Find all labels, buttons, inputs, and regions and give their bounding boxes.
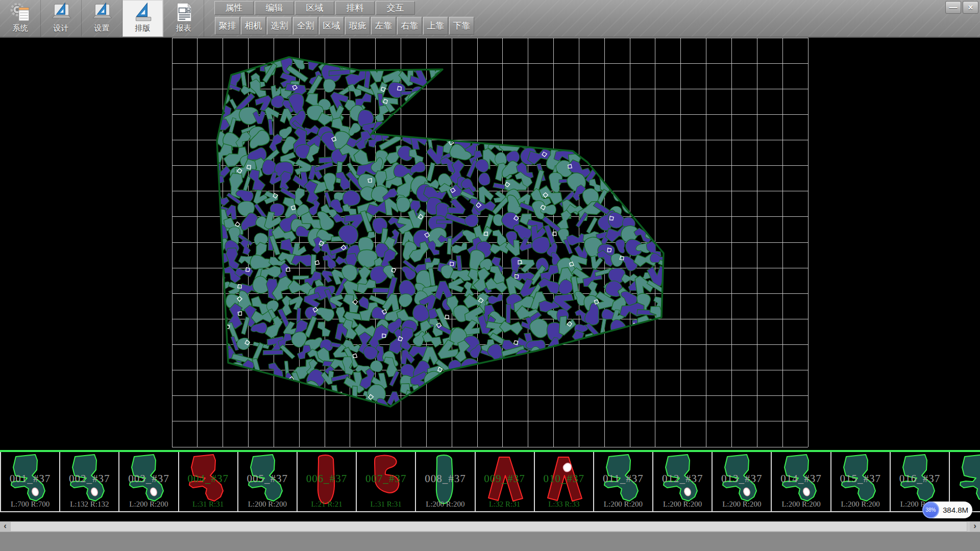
- piece-lr-count: L:200 R:200: [238, 500, 297, 509]
- nesting-canvas[interactable]: [0, 38, 980, 450]
- mode-toolbar: 系统设计设置排版报表: [0, 0, 204, 38]
- piece-lr-count: L:21 R:21: [298, 500, 356, 509]
- menu-tab-2[interactable]: 编辑: [255, 1, 294, 15]
- system-icon: [10, 2, 31, 23]
- piece-thumbnail-6[interactable]: 006_#37L:21 R:21: [298, 452, 357, 511]
- piece-thumbnail-14[interactable]: 014_#37L:200 R:200: [772, 452, 831, 511]
- piece-id-label: 002_#37: [60, 472, 118, 485]
- mode-button-3[interactable]: 设置: [82, 0, 122, 37]
- menu-tab-4[interactable]: 排料: [335, 1, 375, 15]
- piece-lr-count: L:200 R:200: [416, 500, 474, 509]
- piece-thumbnail-13[interactable]: 013_#37L:200 R:200: [713, 452, 772, 511]
- piece-thumbnail-7[interactable]: 007_#37L:31 R:31: [357, 452, 416, 511]
- piece-id-label: 012_#37: [653, 472, 712, 485]
- menu-tab-3[interactable]: 区域: [295, 1, 334, 15]
- piece-id-label: 006_#37: [298, 472, 356, 485]
- menu-tab-5[interactable]: 交互: [376, 1, 415, 15]
- action-button-10[interactable]: 下靠: [449, 17, 474, 35]
- window-controls: — ×: [945, 1, 978, 14]
- piece-thumbnail-4[interactable]: 004_#37L:31 R:31: [179, 452, 238, 511]
- piece-id-label: 013_#37: [713, 472, 771, 485]
- close-button[interactable]: ×: [963, 1, 978, 14]
- report-icon: [173, 2, 194, 23]
- mode-label: 报表: [176, 23, 191, 33]
- layout-icon: [132, 2, 154, 23]
- action-button-2[interactable]: 相机: [241, 17, 266, 35]
- menu-tab-1[interactable]: 属性: [214, 1, 254, 15]
- piece-id-label: 009_#37: [476, 472, 534, 485]
- piece-thumbnail-1[interactable]: 001_#37L:700 R:700: [1, 452, 60, 511]
- action-button-4[interactable]: 全割: [293, 17, 318, 35]
- action-button-9[interactable]: 上靠: [423, 17, 448, 35]
- mode-label: 排版: [135, 23, 151, 33]
- piece-id-label: 004_#37: [179, 472, 237, 485]
- piece-lr-count: L:200 R:200: [653, 500, 712, 509]
- action-toolbar: 聚排相机选割全割区域瑕疵左靠右靠上靠下靠: [215, 17, 474, 35]
- piece-id-label: 016_#37: [891, 472, 949, 485]
- mode-label: 设计: [54, 23, 69, 33]
- piece-id-label: 011_#37: [594, 472, 652, 485]
- mode-label: 系统: [13, 23, 28, 33]
- piece-thumbnail-9[interactable]: 009_#37L:32 R:31: [476, 452, 535, 511]
- piece-thumbnail-8[interactable]: 008_#37L:200 R:200: [416, 452, 475, 511]
- piece-id-label: 001_#37: [1, 472, 59, 485]
- action-button-7[interactable]: 左靠: [371, 17, 396, 35]
- action-button-1[interactable]: 聚排: [215, 17, 240, 35]
- mode-button-1[interactable]: 系统: [0, 0, 41, 37]
- main-toolbar: 系统设计设置排版报表 属性编辑区域排料交互 聚排相机选割全割区域瑕疵左靠右靠上靠…: [0, 0, 980, 38]
- mode-button-2[interactable]: 设计: [41, 0, 82, 37]
- memory-usage: 384.8M: [943, 506, 968, 514]
- piece-lr-count: L:200 R:200: [594, 500, 652, 509]
- piece-id-label: 003_#37: [119, 472, 178, 485]
- action-button-5[interactable]: 区域: [319, 17, 344, 35]
- horizontal-scrollbar[interactable]: ‹ ›: [0, 521, 980, 532]
- piece-lr-count: L:700 R:700: [1, 500, 59, 509]
- piece-thumbnail-strip: 001_#37L:700 R:700002_#37L:132 R:132003_…: [0, 452, 980, 512]
- piece-thumbnail-12[interactable]: 012_#37L:200 R:200: [653, 452, 713, 511]
- piece-lr-count: L:200 R:200: [772, 500, 830, 509]
- piece-thumbnail-11[interactable]: 011_#37L:200 R:200: [594, 452, 653, 511]
- piece-lr-count: L:31 R:31: [357, 500, 415, 509]
- piece-id-label: 014_#37: [772, 472, 830, 485]
- menu-tab-bar: 属性编辑区域排料交互: [214, 1, 415, 15]
- status-bar: [0, 532, 980, 551]
- piece-lr-count: L:31 R:31: [179, 500, 237, 509]
- piece-thumbnail-3[interactable]: 003_#37L:200 R:200: [119, 452, 179, 511]
- piece-id-label: 005_#37: [238, 472, 297, 485]
- piece-lr-count: L:200 R:200: [713, 500, 771, 509]
- mode-button-5[interactable]: 报表: [163, 0, 204, 37]
- scrollbar-thumb[interactable]: [10, 521, 967, 532]
- settings-icon: [91, 2, 113, 23]
- piece-thumbnail-15[interactable]: 015_#37L:200 R:200: [831, 452, 891, 511]
- piece-shape-icon: [954, 453, 980, 507]
- mode-label: 设置: [94, 23, 110, 33]
- piece-thumbnail-2[interactable]: 002_#37L:132 R:132: [60, 452, 119, 511]
- piece-lr-count: L:132 R:132: [60, 500, 118, 509]
- piece-id-label: 015_#37: [831, 472, 890, 485]
- scroll-right-button[interactable]: ›: [970, 521, 980, 532]
- minimize-button[interactable]: —: [945, 1, 961, 14]
- progress-percent: 38%: [925, 507, 936, 513]
- nesting-layout-drawing: [0, 38, 980, 450]
- status-badge: 38% 384.8M: [923, 502, 972, 518]
- action-button-8[interactable]: 右靠: [397, 17, 422, 35]
- design-icon: [51, 2, 72, 23]
- app-window: 系统设计设置排版报表 属性编辑区域排料交互 聚排相机选割全割区域瑕疵左靠右靠上靠…: [0, 0, 980, 551]
- piece-id-label: 007_#37: [357, 472, 415, 485]
- piece-thumbnail-10[interactable]: 010_#37L:33 R:33: [535, 452, 594, 511]
- action-button-3[interactable]: 选割: [267, 17, 292, 35]
- scroll-left-button[interactable]: ‹: [0, 521, 10, 532]
- piece-lr-count: L:200 R:200: [831, 500, 890, 509]
- progress-circle-icon: 38%: [922, 502, 939, 518]
- piece-lr-count: L:32 R:31: [476, 500, 534, 509]
- piece-id-label: 008_#37: [416, 472, 474, 485]
- mode-button-4[interactable]: 排版: [122, 0, 163, 37]
- piece-lr-count: L:33 R:33: [535, 500, 593, 509]
- piece-thumbnail-5[interactable]: 005_#37L:200 R:200: [238, 452, 298, 511]
- piece-lr-count: L:200 R:200: [119, 500, 178, 509]
- piece-id-label: 010_#37: [535, 472, 593, 485]
- action-button-6[interactable]: 瑕疵: [345, 17, 370, 35]
